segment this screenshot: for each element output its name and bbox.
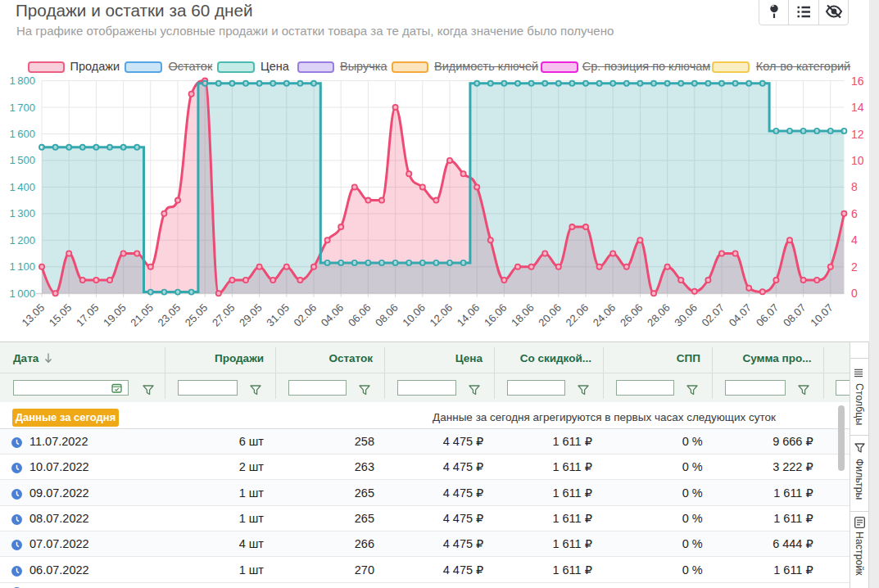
svg-text:31.05: 31.05 xyxy=(264,301,292,329)
svg-text:1 200: 1 200 xyxy=(9,234,35,247)
svg-text:16.06: 16.06 xyxy=(482,301,510,329)
svg-text:1 000: 1 000 xyxy=(9,287,35,300)
svg-text:02.06: 02.06 xyxy=(292,301,319,329)
svg-text:14: 14 xyxy=(851,101,864,114)
svg-text:0: 0 xyxy=(851,287,858,300)
svg-text:21.05: 21.05 xyxy=(128,301,156,329)
svg-text:20.06: 20.06 xyxy=(536,301,564,329)
svg-text:10.07: 10.07 xyxy=(808,301,836,329)
svg-text:4: 4 xyxy=(851,233,858,247)
svg-text:16: 16 xyxy=(851,75,864,88)
svg-text:02.07: 02.07 xyxy=(700,301,727,329)
svg-text:25.05: 25.05 xyxy=(183,301,211,329)
svg-text:8: 8 xyxy=(851,180,858,193)
svg-text:30.06: 30.06 xyxy=(672,301,700,329)
svg-text:04.07: 04.07 xyxy=(727,301,754,329)
svg-text:18.06: 18.06 xyxy=(509,301,537,329)
svg-text:26.06: 26.06 xyxy=(618,301,646,329)
svg-text:06.07: 06.07 xyxy=(754,301,782,329)
svg-text:12.06: 12.06 xyxy=(428,301,455,329)
svg-text:1 600: 1 600 xyxy=(9,128,35,140)
svg-text:06.06: 06.06 xyxy=(346,301,374,329)
svg-text:10.06: 10.06 xyxy=(400,301,428,329)
svg-text:13.05: 13.05 xyxy=(20,301,48,329)
svg-text:08.06: 08.06 xyxy=(373,301,401,329)
svg-text:1 400: 1 400 xyxy=(9,181,35,193)
svg-text:08.07: 08.07 xyxy=(781,301,809,329)
svg-text:17.05: 17.05 xyxy=(74,301,102,329)
svg-text:1 700: 1 700 xyxy=(9,102,35,114)
svg-text:1 800: 1 800 xyxy=(9,75,35,87)
svg-text:15.05: 15.05 xyxy=(47,301,75,329)
svg-text:10: 10 xyxy=(851,154,864,167)
svg-text:24.06: 24.06 xyxy=(591,301,618,329)
svg-text:14.06: 14.06 xyxy=(455,301,483,329)
svg-text:1 100: 1 100 xyxy=(9,260,35,273)
svg-text:23.05: 23.05 xyxy=(156,301,184,329)
svg-text:29.05: 29.05 xyxy=(237,301,265,329)
svg-text:6: 6 xyxy=(851,207,858,220)
svg-text:22.06: 22.06 xyxy=(564,301,591,329)
svg-text:1 300: 1 300 xyxy=(9,207,35,219)
svg-text:12: 12 xyxy=(851,128,864,141)
svg-text:27.05: 27.05 xyxy=(210,301,238,329)
svg-text:19.05: 19.05 xyxy=(101,301,129,329)
svg-text:2: 2 xyxy=(851,260,858,274)
svg-text:1 500: 1 500 xyxy=(9,154,35,166)
svg-text:04.06: 04.06 xyxy=(319,301,347,329)
svg-text:28.06: 28.06 xyxy=(645,301,673,329)
